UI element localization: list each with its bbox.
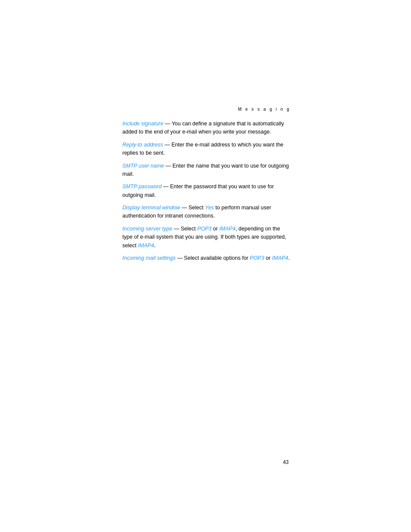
desc-incoming-mail-settings-1: — Select available options for (176, 255, 250, 261)
link-smtp-password[interactable]: SMTP password (122, 184, 162, 190)
entry-smtp-password: SMTP password — Enter the password that … (122, 183, 290, 199)
link-incoming-server-type[interactable]: Incoming server type (122, 226, 172, 232)
link-imap4-2[interactable]: IMAP4 (138, 243, 154, 249)
desc-incoming-server-type-4: . (154, 243, 156, 249)
link-smtp-user-name[interactable]: SMTP user name (122, 163, 164, 169)
page-container: M e s s a g i n g Include signature — Yo… (0, 0, 411, 532)
entry-incoming-server-type: Incoming server type — Select POP3 or IM… (122, 225, 290, 250)
link-reply-to-address[interactable]: Reply-to address (122, 142, 163, 148)
entry-include-signature: Include signature — You can define a sig… (122, 120, 290, 137)
desc-incoming-mail-settings-2: or (264, 255, 272, 261)
entry-incoming-mail-settings: Incoming mail settings — Select availabl… (122, 254, 290, 262)
entry-display-terminal-window: Display terminal window — Select Yes to … (122, 204, 290, 221)
link-pop3-2[interactable]: POP3 (250, 255, 264, 261)
link-yes[interactable]: Yes (205, 205, 214, 211)
link-include-signature[interactable]: Include signature (122, 121, 163, 127)
link-imap4-3[interactable]: IMAP4 (272, 255, 288, 261)
link-imap4-1[interactable]: IMAP4 (219, 226, 236, 232)
desc-incoming-server-type-2: or (212, 226, 219, 232)
desc-incoming-server-type-1: — Select (172, 226, 197, 232)
chapter-title: M e s s a g i n g (238, 107, 290, 112)
entry-reply-to-address: Reply-to address — Enter the e-mail addr… (122, 141, 290, 158)
link-display-terminal-window[interactable]: Display terminal window (122, 205, 180, 211)
page-header: M e s s a g i n g (122, 107, 290, 112)
link-pop3-1[interactable]: POP3 (197, 226, 212, 232)
desc-incoming-mail-settings-3: . (288, 255, 290, 261)
content-body: Include signature — You can define a sig… (122, 120, 290, 267)
page-number: 43 (283, 459, 289, 465)
entry-smtp-user-name: SMTP user name — Enter the name that you… (122, 162, 290, 179)
link-incoming-mail-settings[interactable]: Incoming mail settings (122, 255, 176, 261)
desc-display-terminal-window-1: — Select (180, 205, 205, 211)
